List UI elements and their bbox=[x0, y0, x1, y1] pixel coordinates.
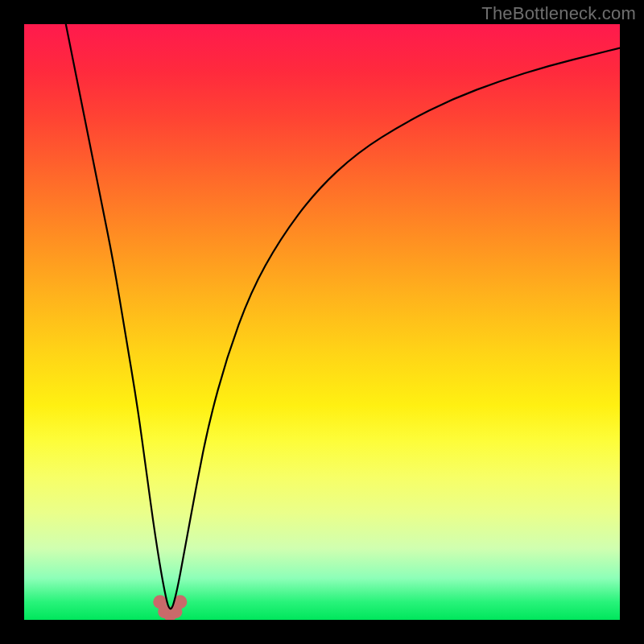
min-highlight-markers bbox=[153, 595, 187, 620]
plot-svg bbox=[24, 24, 620, 620]
bottleneck-curve bbox=[66, 24, 620, 609]
plot-frame bbox=[24, 24, 620, 620]
watermark-text: TheBottleneck.com bbox=[481, 3, 636, 24]
